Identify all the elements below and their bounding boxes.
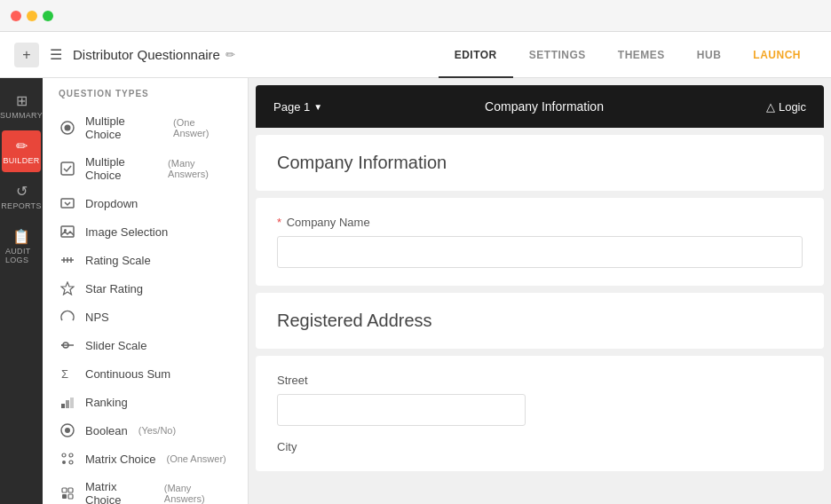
left-sidebar: ⊞ SUMMARY ✏ BUILDER ↺ REPORTS 📋 AUDIT LO… (0, 78, 43, 504)
nav-hub[interactable]: HUB (681, 32, 738, 78)
street-label: Street (277, 374, 803, 387)
slider-icon (59, 338, 76, 352)
dropdown-icon (59, 196, 76, 210)
q-item-rating-scale[interactable]: Rating Scale (43, 246, 248, 274)
q-item-slider[interactable]: Slider Scale (43, 331, 248, 359)
tl-red[interactable] (11, 11, 21, 21)
hamburger-button[interactable]: ☰ (50, 46, 62, 63)
boolean-label: Boolean (85, 424, 128, 437)
q-item-mc-one[interactable]: Multiple Choice (One Answer) (43, 107, 248, 148)
svg-rect-26 (62, 494, 67, 499)
ranking-label: Ranking (85, 396, 128, 409)
matrix-one-label: Matrix Choice (85, 453, 155, 466)
svg-rect-16 (66, 400, 69, 408)
question-panel: QUESTION TYPES Multiple Choice (One Answ… (43, 78, 249, 504)
q-item-mc-many[interactable]: Multiple Choice (Many Answers) (43, 148, 248, 189)
reports-icon: ↺ (16, 183, 28, 200)
doc-title: Distributor Questionnaire ✏ (73, 47, 428, 62)
body: ⊞ SUMMARY ✏ BUILDER ↺ REPORTS 📋 AUDIT LO… (0, 78, 831, 504)
doc-title-text: Distributor Questionnaire (73, 47, 220, 62)
edit-title-icon[interactable]: ✏ (226, 48, 235, 61)
slider-label: Slider Scale (85, 339, 146, 352)
svg-point-19 (65, 428, 70, 433)
svg-point-21 (69, 453, 73, 457)
app: + ☰ Distributor Questionnaire ✏ EDITOR S… (0, 32, 831, 504)
registered-address-section: Registered Address (256, 293, 824, 349)
sidebar-item-summary[interactable]: ⊞ SUMMARY (2, 85, 41, 127)
matrix-many-sub: (Many Answers) (164, 483, 232, 504)
svg-rect-4 (61, 226, 74, 237)
street-input[interactable] (277, 394, 526, 426)
top-nav: EDITOR SETTINGS THEMES HUB LAUNCH (439, 32, 817, 78)
dropdown-label: Dropdown (85, 197, 138, 210)
svg-rect-24 (62, 488, 67, 492)
street-section: Street City (256, 356, 824, 471)
mc-one-sub: (One Answer) (173, 117, 232, 138)
sidebar-item-reports[interactable]: ↺ REPORTS (2, 176, 41, 217)
nps-icon (59, 310, 76, 324)
builder-icon: ✏ (16, 138, 28, 154)
q-item-ranking[interactable]: Ranking (43, 388, 248, 416)
continuous-icon: Σ (59, 366, 76, 381)
svg-point-20 (62, 453, 66, 457)
page-title: Company Information (322, 99, 766, 114)
mc-many-label: Multiple Choice (85, 155, 157, 182)
ranking-icon (59, 395, 76, 409)
image-sel-icon (59, 224, 76, 239)
auditlogs-icon: 📋 (12, 228, 30, 245)
panel-header: QUESTION TYPES (43, 89, 248, 107)
matrix-many-label: Matrix Choice (85, 480, 154, 504)
editor-content: Company Information * Company Name Regis… (249, 135, 831, 485)
title-bar (0, 0, 831, 32)
summary-icon: ⊞ (16, 92, 28, 109)
svg-marker-10 (61, 282, 74, 295)
page-arrow-icon: ▼ (313, 102, 322, 112)
svg-point-23 (69, 461, 73, 464)
q-item-boolean[interactable]: Boolean (Yes/No) (43, 416, 248, 445)
page-selector-text: Page 1 (273, 100, 310, 114)
nav-settings[interactable]: SETTINGS (513, 32, 602, 78)
q-item-continuous[interactable]: Σ Continuous Sum (43, 359, 248, 388)
q-item-nps[interactable]: NPS (43, 303, 248, 331)
nav-themes[interactable]: THEMES (602, 32, 681, 78)
mc-many-sub: (Many Answers) (168, 158, 232, 179)
matrix-one-sub: (One Answer) (166, 453, 226, 464)
page-header: Page 1 ▼ Company Information △ Logic (256, 85, 824, 128)
q-item-matrix-many[interactable]: Matrix Choice (Many Answers) (43, 473, 248, 504)
required-star: * (277, 216, 281, 229)
tl-yellow[interactable] (27, 11, 37, 21)
company-info-title: Company Information (277, 153, 803, 173)
editor-main: Page 1 ▼ Company Information △ Logic Com… (249, 78, 831, 504)
add-button[interactable]: + (14, 43, 39, 67)
q-item-star-rating[interactable]: Star Rating (43, 274, 248, 303)
q-item-dropdown[interactable]: Dropdown (43, 189, 248, 217)
nps-label: NPS (85, 311, 109, 324)
nav-launch[interactable]: LAUNCH (737, 32, 817, 78)
company-info-section: Company Information (256, 135, 824, 191)
top-header: + ☰ Distributor Questionnaire ✏ EDITOR S… (0, 32, 831, 78)
q-item-image-sel[interactable]: Image Selection (43, 217, 248, 246)
company-name-input[interactable] (277, 236, 803, 268)
mc-one-icon (59, 121, 76, 135)
tl-green[interactable] (43, 11, 53, 21)
svg-rect-27 (68, 494, 73, 499)
nav-editor[interactable]: EDITOR (439, 32, 513, 78)
image-sel-label: Image Selection (85, 225, 168, 239)
company-name-label: * Company Name (277, 216, 803, 229)
reports-label: REPORTS (1, 201, 41, 210)
sidebar-item-builder[interactable]: ✏ BUILDER (2, 130, 41, 172)
rating-scale-icon (59, 253, 76, 267)
svg-point-1 (65, 125, 71, 131)
svg-point-22 (62, 461, 66, 464)
svg-rect-3 (61, 199, 74, 208)
page-selector[interactable]: Page 1 ▼ (273, 100, 322, 114)
star-rating-icon (59, 281, 76, 295)
company-name-section: * Company Name (256, 198, 824, 286)
svg-rect-25 (68, 488, 73, 492)
sidebar-item-auditlogs[interactable]: 📋 AUDIT LOGS (2, 221, 41, 272)
summary-label: SUMMARY (0, 111, 43, 120)
svg-rect-15 (61, 404, 65, 408)
matrix-many-icon (59, 486, 76, 500)
q-item-matrix-one[interactable]: Matrix Choice (One Answer) (43, 445, 248, 473)
logic-button[interactable]: △ Logic (766, 100, 806, 114)
